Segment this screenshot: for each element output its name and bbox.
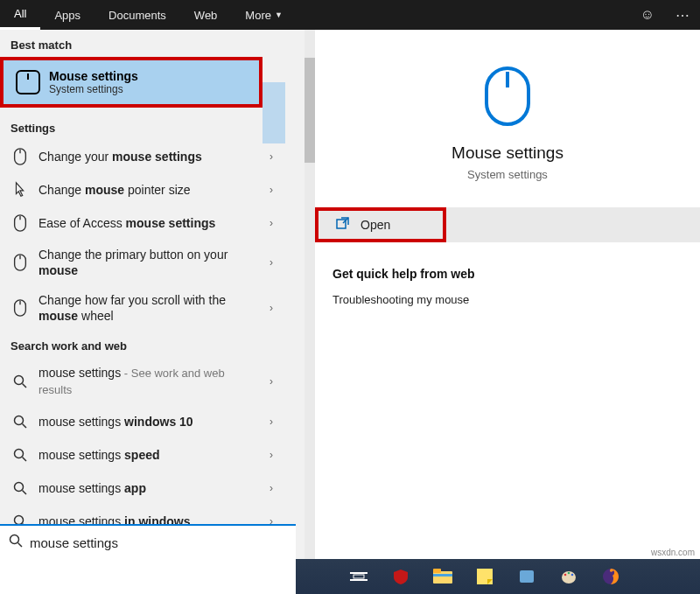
chevron-right-icon[interactable]: › [270, 416, 273, 428]
quick-help-heading: Get quick help from web [332, 267, 682, 281]
svg-line-23 [18, 543, 23, 548]
pointer-icon [12, 181, 28, 199]
tab-all[interactable]: All [0, 0, 40, 30]
mouse-icon [315, 65, 700, 131]
result-label: Change your mouse settings [38, 149, 259, 164]
chevron-right-icon[interactable]: › [270, 256, 273, 269]
search-icon [12, 374, 28, 388]
tab-label: Documents [108, 9, 166, 22]
result-label: mouse settings - See work and web result… [38, 365, 259, 398]
search-icon [12, 448, 28, 462]
svg-line-9 [23, 384, 27, 388]
chevron-right-icon[interactable]: › [270, 217, 273, 229]
chevron-right-icon[interactable]: › [270, 150, 273, 163]
svg-line-13 [23, 458, 27, 462]
tab-label: Apps [54, 9, 80, 22]
svg-rect-27 [433, 571, 452, 584]
scrollbar-thumb[interactable] [304, 58, 315, 163]
tab-label: All [14, 7, 26, 20]
search-icon [12, 481, 28, 495]
firefox-icon[interactable] [600, 566, 621, 587]
preview-subtitle: System settings [315, 168, 700, 181]
search-box[interactable] [0, 524, 296, 559]
search-icon [12, 415, 28, 429]
preview-title: Mouse settings [315, 143, 700, 163]
scrollbar[interactable] [304, 30, 315, 559]
svg-rect-25 [350, 579, 368, 581]
chevron-down-icon: ▼ [275, 10, 283, 19]
mouse-icon [12, 299, 28, 317]
search-input[interactable] [30, 535, 287, 550]
svg-line-15 [23, 491, 27, 495]
svg-point-34 [568, 572, 570, 575]
mouse-icon [12, 214, 28, 232]
open-label: Open [360, 218, 390, 232]
task-view-icon[interactable] [348, 566, 369, 587]
settings-result[interactable]: Change how far you scroll with the mouse… [0, 285, 285, 331]
result-label: Change the primary button on your mouse [38, 247, 259, 278]
chevron-right-icon[interactable]: › [270, 449, 273, 461]
svg-point-33 [564, 574, 567, 577]
mouse-icon [12, 254, 28, 271]
svg-rect-28 [433, 569, 441, 573]
settings-result[interactable]: Change the primary button on your mouse … [0, 240, 285, 285]
file-explorer-icon[interactable] [432, 566, 453, 587]
tab-more[interactable]: More▼ [231, 0, 297, 30]
result-label: Ease of Access mouse settings [38, 215, 259, 231]
selection-highlight-tail [262, 82, 285, 143]
svg-point-12 [15, 450, 24, 458]
svg-point-22 [10, 535, 19, 544]
feedback-icon[interactable]: ☺ [630, 0, 665, 30]
settings-result[interactable]: Change your mouse settings › [0, 140, 285, 173]
chevron-right-icon[interactable]: › [270, 482, 273, 494]
help-link-troubleshooting[interactable]: Troubleshooting my mouse [332, 293, 682, 306]
settings-result[interactable]: Change mouse pointer size › [0, 173, 285, 206]
result-label: mouse settings windows 10 [38, 414, 259, 430]
best-match-result[interactable]: Mouse settings System settings [0, 57, 262, 108]
tab-apps[interactable]: Apps [40, 0, 94, 30]
app-icon[interactable] [516, 566, 537, 587]
settings-heading: Settings [0, 113, 285, 140]
chevron-right-icon[interactable]: › [270, 184, 273, 196]
svg-line-11 [23, 424, 27, 429]
preview-panel: Mouse settings System settings Open Get … [315, 30, 700, 559]
tab-label: Web [194, 9, 218, 22]
svg-point-16 [15, 516, 24, 525]
chevron-right-icon[interactable]: › [270, 302, 273, 314]
web-result[interactable]: mouse settings windows 10 › [0, 405, 285, 438]
best-match-title: Mouse settings [49, 69, 138, 83]
svg-rect-30 [477, 569, 493, 584]
tab-label: More [245, 9, 271, 22]
best-match-heading: Best match [0, 30, 285, 57]
preview-actions: Open [315, 207, 700, 242]
results-panel: Best match Mouse settings System setting… [0, 30, 315, 559]
svg-point-35 [571, 574, 574, 577]
open-icon [336, 216, 350, 234]
more-options-icon[interactable]: ⋯ [665, 0, 700, 30]
tab-documents[interactable]: Documents [94, 0, 180, 30]
mouse-icon [12, 148, 28, 165]
sticky-notes-icon[interactable] [474, 566, 495, 587]
svg-rect-24 [350, 572, 368, 574]
web-result[interactable]: mouse settings app › [0, 472, 285, 505]
mouse-icon [16, 70, 40, 94]
search-icon [9, 534, 23, 551]
svg-point-8 [15, 376, 24, 385]
web-heading: Search work and web [0, 331, 285, 358]
settings-result[interactable]: Ease of Access mouse settings › [0, 206, 285, 240]
chevron-right-icon[interactable]: › [270, 375, 273, 388]
web-result[interactable]: mouse settings - See work and web result… [0, 358, 285, 405]
svg-rect-26 [354, 575, 364, 578]
mcafee-icon[interactable] [390, 566, 411, 587]
svg-point-14 [15, 483, 24, 492]
result-label: mouse settings speed [38, 447, 259, 463]
taskbar [296, 559, 700, 594]
svg-point-10 [15, 416, 24, 425]
web-result[interactable]: mouse settings speed › [0, 438, 285, 472]
paint-icon[interactable] [558, 566, 579, 587]
svg-rect-31 [520, 570, 534, 583]
watermark: wsxdn.com [651, 548, 695, 557]
tab-web[interactable]: Web [180, 0, 232, 30]
svg-rect-29 [433, 574, 452, 577]
open-button[interactable]: Open [315, 207, 446, 242]
